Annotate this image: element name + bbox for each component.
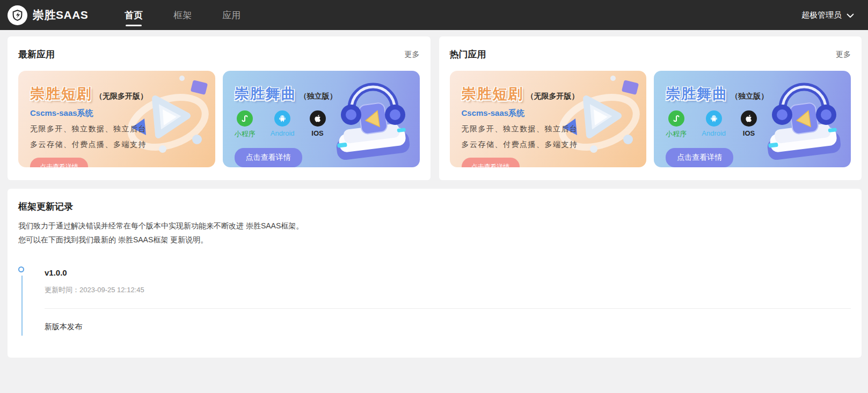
cards-row: 崇胜短剧 （无限多开版） Cscms-saas系统 无限多开、独立数据、独立后台… [450, 71, 851, 167]
platform-android: Android [271, 110, 295, 139]
app-title: 崇胜舞曲 [666, 84, 728, 103]
app-feature-line: 无限多开、独立数据、独立后台 [462, 124, 647, 134]
app-title: 崇胜短剧 [462, 84, 524, 103]
wechat-miniprogram-icon [237, 110, 253, 127]
app-feature-line: 多云存储、付费点播、多端支持 [462, 140, 647, 150]
panel-title: 最新应用 [18, 48, 55, 61]
cards-row: 崇胜短剧 （无限多开版） Cscms-saas系统 无限多开、独立数据、独立后台… [18, 71, 420, 167]
android-icon [706, 110, 722, 127]
nav-item-home[interactable]: 首页 [125, 0, 143, 30]
panel-head: 热门应用 更多 [450, 48, 851, 61]
app-title: 崇胜短剧 [30, 84, 92, 103]
platform-ios: IOS [741, 110, 757, 139]
update-time: 更新时间：2023-09-25 12:12:45 [45, 285, 851, 295]
platform-label: Android [271, 129, 295, 137]
top-panels-row: 最新应用 更多 崇胜短剧 （无限多开版） Cscms-saas系统 无限多开、独… [8, 36, 862, 180]
main-nav: 首页 框架 应用 [125, 0, 240, 30]
top-navbar: 崇胜SAAS 首页 框架 应用 超极管理员 [0, 0, 868, 30]
panel-head: 最新应用 更多 [18, 48, 420, 61]
app-title: 崇胜舞曲 [235, 84, 297, 103]
view-details-button[interactable]: 点击查看详情 [30, 158, 88, 167]
nav-item-framework[interactable]: 框架 [173, 0, 192, 30]
view-details-button[interactable]: 点击查看详情 [666, 148, 733, 167]
more-link-hot[interactable]: 更多 [836, 50, 851, 60]
app-subtitle: Cscms-saas系统 [30, 108, 215, 118]
version-label: v1.0.0 [45, 268, 851, 277]
user-menu[interactable]: 超极管理员 [801, 10, 854, 20]
platform-ios: IOS [310, 110, 326, 139]
platform-android: Android [702, 110, 726, 139]
update-entry: v1.0.0 更新时间：2023-09-25 12:12:45 新版本发布 [45, 268, 851, 332]
app-edition: （无限多开版） [95, 92, 148, 101]
app-card-drama[interactable]: 崇胜短剧 （无限多开版） Cscms-saas系统 无限多开、独立数据、独立后台… [450, 71, 647, 167]
panel-title: 热门应用 [450, 48, 486, 61]
timeline-node-icon [18, 266, 24, 272]
platform-label: IOS [743, 129, 755, 137]
app-card-music[interactable]: 崇胜舞曲 （独立版） 小程序 [223, 71, 420, 167]
platform-label: Android [702, 129, 726, 137]
brand-name: 崇胜SAAS [33, 8, 88, 23]
more-link-latest[interactable]: 更多 [405, 50, 420, 60]
view-details-button[interactable]: 点击查看详情 [235, 148, 302, 167]
divider [45, 308, 851, 309]
platform-wechat: 小程序 [666, 110, 687, 139]
update-log-desc-2: 您可以在下面找到我们最新的 崇胜SAAS框架 更新说明。 [18, 235, 851, 244]
nav-item-apps[interactable]: 应用 [222, 0, 240, 30]
view-details-button[interactable]: 点击查看详情 [462, 158, 520, 167]
nav-item-label: 框架 [173, 9, 192, 21]
user-name: 超极管理员 [801, 10, 842, 20]
app-card-music[interactable]: 崇胜舞曲 （独立版） 小程序 [654, 71, 851, 167]
platform-label: IOS [311, 129, 323, 137]
nav-item-label: 首页 [125, 9, 143, 21]
android-icon [274, 110, 290, 127]
brand-logo-icon [8, 5, 27, 25]
platform-wechat: 小程序 [235, 110, 256, 139]
platforms-row: 小程序 [666, 110, 851, 139]
main-content: 最新应用 更多 崇胜短剧 （无限多开版） Cscms-saas系统 无限多开、独… [0, 30, 868, 358]
app-edition: （独立版） [300, 92, 337, 101]
app-feature-line: 无限多开、独立数据、独立后台 [30, 124, 215, 134]
brand[interactable]: 崇胜SAAS [8, 5, 88, 25]
update-log-desc-1: 我们致力于通过解决错误并经常在每个版本中实现新功能来不断改进 崇胜SAAS框架。 [18, 221, 851, 231]
nav-item-label: 应用 [222, 9, 240, 21]
app-edition: （独立版） [731, 92, 768, 101]
wechat-miniprogram-icon [668, 110, 684, 127]
panel-latest-apps: 最新应用 更多 崇胜短剧 （无限多开版） Cscms-saas系统 无限多开、独… [8, 36, 431, 180]
update-log-title: 框架更新记录 [18, 201, 851, 213]
update-timeline: v1.0.0 更新时间：2023-09-25 12:12:45 新版本发布 [18, 268, 851, 332]
timeline-line [21, 276, 23, 336]
app-edition: （无限多开版） [527, 92, 579, 101]
platform-label: 小程序 [666, 129, 687, 139]
apple-icon [310, 110, 326, 127]
chevron-down-icon [847, 11, 854, 20]
panel-hot-apps: 热门应用 更多 崇胜短剧 （无限多开版） Cscms-saas系统 无限多开、独… [439, 36, 862, 180]
update-note: 新版本发布 [45, 322, 851, 332]
apple-icon [741, 110, 757, 127]
app-subtitle: Cscms-saas系统 [462, 108, 647, 118]
update-time-label: 更新时间： [45, 286, 79, 294]
update-time-value: 2023-09-25 12:12:45 [79, 286, 144, 294]
platform-label: 小程序 [235, 129, 256, 139]
app-card-drama[interactable]: 崇胜短剧 （无限多开版） Cscms-saas系统 无限多开、独立数据、独立后台… [18, 71, 215, 167]
app-feature-line: 多云存储、付费点播、多端支持 [30, 140, 215, 150]
platforms-row: 小程序 [235, 110, 420, 139]
panel-update-log: 框架更新记录 我们致力于通过解决错误并经常在每个版本中实现新功能来不断改进 崇胜… [8, 189, 862, 358]
